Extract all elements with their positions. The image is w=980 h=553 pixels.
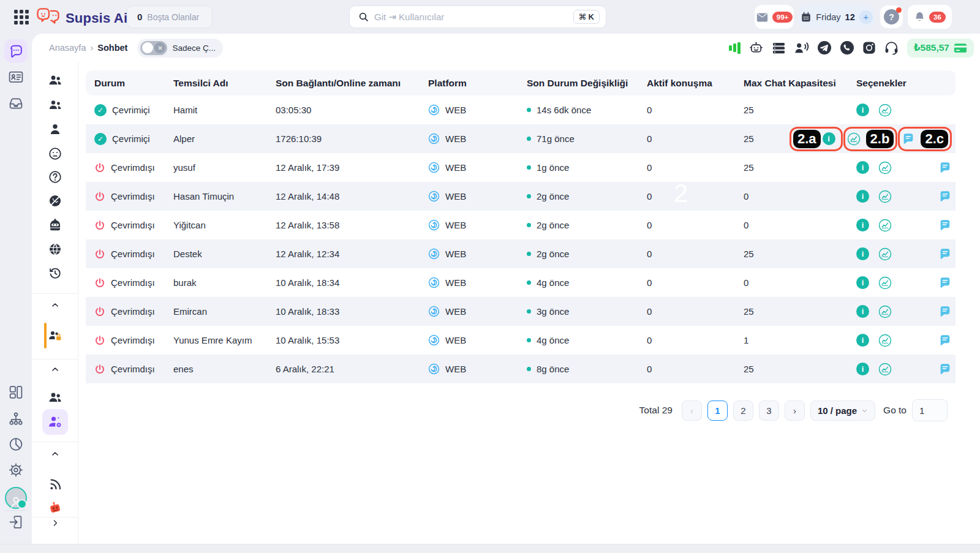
collapse-section-button[interactable]: [50, 301, 59, 310]
nav-help[interactable]: [48, 170, 62, 184]
info-icon[interactable]: i: [856, 334, 869, 347]
table-row: ✓ÇevrimiçiAlper1726:10:39WEB71g önce0252…: [86, 124, 956, 153]
sidebar-item-inbox[interactable]: [9, 96, 24, 111]
apps-grid-icon[interactable]: [13, 9, 29, 25]
balance-pill[interactable]: ₺585,57: [907, 39, 974, 58]
calendar-add-button[interactable]: +: [859, 10, 873, 24]
goto-page-input[interactable]: [912, 399, 948, 421]
chat-message-icon[interactable]: [938, 276, 952, 290]
chat-message-icon[interactable]: [938, 305, 952, 318]
expand-sidebar-button[interactable]: [50, 519, 59, 528]
global-search[interactable]: ⌘ K: [349, 6, 606, 28]
notifications-button[interactable]: 36: [908, 5, 952, 29]
stats-chart-icon[interactable]: [878, 363, 892, 376]
info-icon[interactable]: i: [856, 219, 869, 231]
pagination-pages: 123: [707, 401, 779, 421]
sidebar-item-dashboard[interactable]: [9, 385, 24, 400]
instagram-icon[interactable]: [862, 41, 876, 55]
options-cell: i: [856, 247, 956, 261]
last-change-cell: 2g önce: [527, 191, 647, 201]
nav-all-users[interactable]: [48, 73, 62, 88]
sidebar-item-contacts[interactable]: [9, 69, 24, 85]
info-icon[interactable]: i: [856, 305, 869, 318]
collapse-section-button[interactable]: [50, 365, 59, 374]
status-dot-icon: [527, 108, 531, 112]
status-dot-icon: [527, 367, 531, 371]
stats-chart-icon[interactable]: [878, 219, 892, 232]
sidebar-item-settings[interactable]: [9, 462, 24, 478]
stats-chart-icon[interactable]: [847, 132, 861, 146]
max-capacity-cell: 0: [744, 191, 856, 201]
app-window: Supsis Ai 0 Boşta Olanlar ⌘ K 99+ Friday…: [0, 0, 980, 553]
whatsapp-icon[interactable]: [840, 40, 854, 55]
chat-message-icon[interactable]: [938, 219, 952, 232]
bar-chart-icon[interactable]: [729, 42, 741, 54]
table-header-row: Durum Temsilci Adı Son Bağlantı/Online z…: [86, 70, 956, 96]
nav-blocked[interactable]: [48, 194, 62, 208]
info-icon[interactable]: i: [856, 103, 869, 116]
nav-web[interactable]: [48, 242, 62, 257]
stats-chart-icon[interactable]: [878, 276, 892, 290]
headset-icon[interactable]: [884, 41, 899, 55]
calendar-widget[interactable]: Friday 12 +: [799, 5, 875, 29]
chat-message-icon[interactable]: [938, 161, 952, 175]
chat-message-icon[interactable]: [938, 363, 952, 376]
stats-chart-icon[interactable]: [878, 305, 892, 318]
pagination-page-3[interactable]: 3: [759, 401, 779, 421]
stats-chart-icon[interactable]: [878, 161, 892, 175]
nav-unattended[interactable]: [48, 146, 62, 161]
offline-power-icon: [94, 191, 105, 202]
toggle-switch-icon[interactable]: [140, 41, 167, 55]
nav-visitors[interactable]: [48, 97, 62, 112]
info-icon[interactable]: i: [856, 363, 869, 375]
web-platform-icon: [428, 248, 440, 260]
sidebar-item-org-structure[interactable]: [9, 412, 24, 427]
stats-chart-icon[interactable]: [878, 103, 892, 117]
agent-name-cell: Destek: [173, 249, 276, 259]
inbox-button[interactable]: 99+: [755, 5, 794, 29]
nav-agent-management-active[interactable]: [42, 409, 68, 435]
announcer-icon[interactable]: [794, 41, 809, 55]
online-only-toggle[interactable]: Sadece Ç...: [137, 39, 223, 58]
pagination-next-button[interactable]: ›: [785, 401, 805, 421]
pagination-prev-button[interactable]: ‹: [682, 401, 702, 421]
chat-message-icon[interactable]: [938, 334, 952, 347]
horizontal-scrollbar[interactable]: [0, 544, 980, 553]
nav-team[interactable]: [48, 390, 62, 405]
nav-agents[interactable]: [48, 122, 62, 137]
stats-chart-icon[interactable]: [878, 334, 892, 347]
sidebar-item-chat[interactable]: [4, 39, 28, 62]
last-online-cell: 12 Aralık, 13:58: [276, 220, 428, 230]
nav-feeds[interactable]: [48, 477, 62, 492]
nav-chatbot[interactable]: [48, 217, 62, 232]
sidebar-item-reports[interactable]: [9, 437, 24, 452]
user-avatar[interactable]: [5, 487, 27, 509]
idle-agents-pill[interactable]: 0 Boşta Olanlar: [127, 6, 213, 28]
chat-message-icon[interactable]: [938, 247, 952, 261]
pagination-page-1[interactable]: 1: [707, 401, 728, 421]
info-icon[interactable]: i: [823, 132, 835, 145]
info-icon[interactable]: i: [856, 247, 869, 260]
list-icon[interactable]: [772, 42, 786, 55]
telegram-icon[interactable]: [817, 40, 832, 55]
chatbot-icon[interactable]: [748, 40, 764, 55]
help-button[interactable]: ?: [880, 6, 903, 28]
chat-message-icon[interactable]: [938, 190, 952, 203]
stats-chart-icon[interactable]: [878, 247, 892, 261]
collapse-section-button[interactable]: [50, 450, 59, 459]
logout-button[interactable]: [9, 514, 24, 530]
info-icon[interactable]: i: [856, 276, 869, 289]
nav-bot-builder[interactable]: [48, 500, 62, 515]
nav-private-users[interactable]: [48, 328, 62, 343]
pagination-page-2[interactable]: 2: [733, 401, 753, 421]
info-icon[interactable]: i: [856, 190, 869, 203]
page-size-select[interactable]: 10 / page: [810, 401, 875, 421]
breadcrumb-home[interactable]: Anasayfa: [49, 43, 86, 53]
chat-message-icon[interactable]: [902, 132, 915, 146]
brand-logo[interactable]: Supsis Ai: [36, 7, 127, 29]
info-icon[interactable]: i: [856, 161, 869, 174]
platform-cell: WEB: [428, 133, 527, 145]
nav-history[interactable]: [48, 266, 62, 280]
stats-chart-icon[interactable]: [878, 190, 892, 203]
search-input[interactable]: [374, 12, 568, 22]
